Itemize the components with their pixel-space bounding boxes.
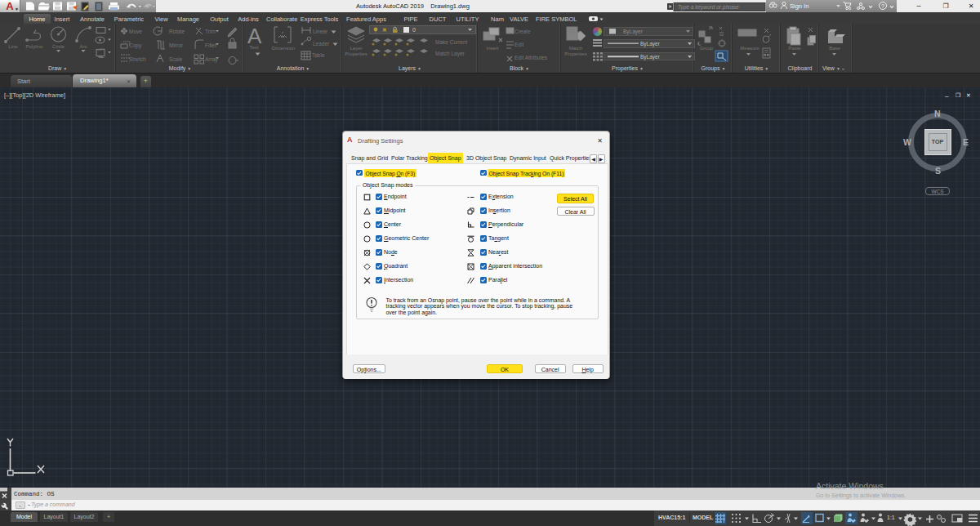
svg-text:Sign In: Sign In bbox=[790, 2, 808, 10]
svg-text:Type a keyword or phrase: Type a keyword or phrase bbox=[678, 3, 739, 10]
svg-text:?: ? bbox=[881, 3, 884, 9]
svg-text:0: 0 bbox=[412, 27, 416, 33]
